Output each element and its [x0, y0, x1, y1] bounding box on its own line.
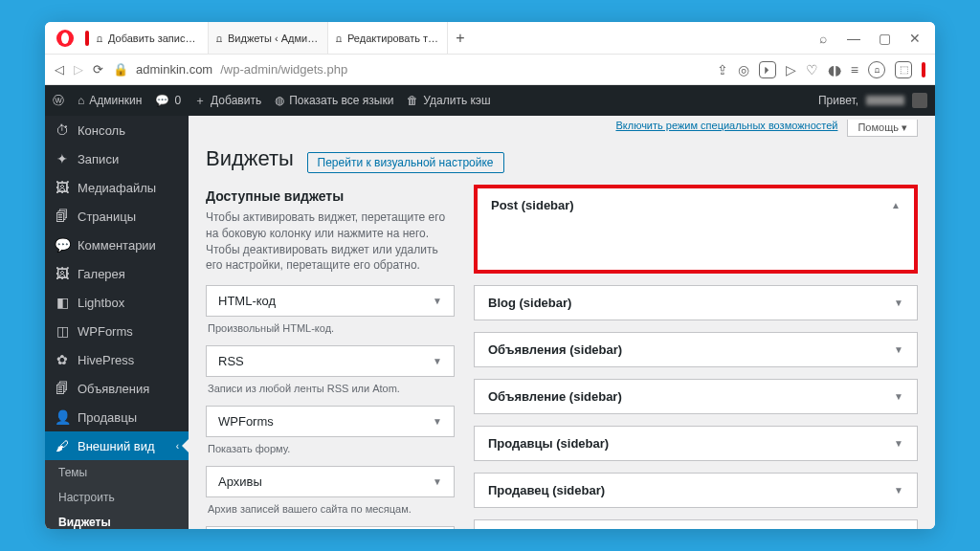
adminbar-add[interactable]: ＋ Добавить — [194, 93, 261, 109]
menu-внешний-вид[interactable]: 🖌Внешний вид‹ — [45, 431, 189, 460]
tab-label: Виджеты ‹ Админкин — — [228, 33, 320, 44]
person-icon: ⩍ — [216, 32, 222, 45]
sidebar-area[interactable]: Blog (sidebar)▼ — [474, 285, 918, 320]
browser-tab[interactable]: ⩍Добавить запись ‹ Адми — [89, 22, 209, 54]
area-title: Продавец (sidebar) — [488, 483, 605, 497]
menu-hivepress[interactable]: ✿HivePress — [45, 345, 189, 374]
menu-продавцы[interactable]: 👤Продавцы — [45, 403, 189, 431]
area-title: Blog (sidebar) — [488, 296, 571, 310]
widget-title: RSS — [218, 354, 244, 368]
browser-window: ⩍Добавить запись ‹ Адми⩍Виджеты ‹ Админк… — [45, 22, 935, 529]
menu-консоль[interactable]: ⏱Консоль — [45, 116, 189, 144]
url-input[interactable]: 🔒 adminkin.com/wp-admin/widgets.php — [113, 59, 707, 80]
browser-tab[interactable]: ⩍Редактировать темы ‹ А — [328, 22, 448, 54]
page-title: Виджеты — [206, 146, 294, 171]
nav-reload-icon[interactable]: ⟳ — [93, 62, 103, 77]
person-icon: ⩍ — [97, 32, 102, 45]
wp-content: Включить режим специальных возможностей … — [189, 116, 935, 529]
url-host: adminkin.com — [136, 62, 212, 77]
submenu-настроить[interactable]: Настроить — [45, 485, 189, 510]
heart-icon[interactable]: ♡ — [806, 62, 818, 77]
visual-customize-link[interactable]: Перейти к визуальной настройке — [307, 152, 504, 173]
chevron-down-icon: ▼ — [894, 391, 903, 402]
menu-icon-1: ✦ — [55, 151, 70, 166]
extension-handle-icon[interactable] — [922, 62, 925, 77]
extensions-icon[interactable]: ⬚ — [895, 61, 912, 78]
nav-back-icon[interactable]: ◁ — [55, 62, 64, 77]
widget-title: HTML-код — [218, 294, 276, 308]
menu-label: WPForms — [78, 324, 179, 339]
wp-logo-icon[interactable]: ⓦ — [53, 93, 64, 109]
area-title: Объявления (sidebar) — [488, 342, 622, 357]
menu-icon-3: 🗐 — [55, 209, 70, 224]
submenu-темы[interactable]: Темы — [45, 460, 189, 485]
sidebar-area[interactable]: Post (sidebar)▲ — [474, 185, 918, 274]
window-close[interactable]: ✕ — [904, 31, 925, 46]
available-widgets-column: Доступные виджеты Чтобы активировать вид… — [206, 185, 455, 529]
menu-label: Lightbox — [78, 296, 179, 310]
profile-icon[interactable]: ⩍ — [868, 61, 885, 78]
menu-записи[interactable]: ✦Записи — [45, 144, 189, 173]
trash-icon: 🗑 — [407, 94, 418, 107]
menu-галерея[interactable]: 🖼Галерея — [45, 259, 189, 288]
tabstrip: ⩍Добавить запись ‹ Адми⩍Виджеты ‹ Админк… — [89, 22, 448, 54]
search-icon[interactable]: ⌕ — [813, 31, 834, 46]
menu-lightbox[interactable]: ◧Lightbox — [45, 288, 189, 317]
menu-label: Комментарии — [78, 238, 179, 253]
available-widget[interactable]: HTML-код▼ — [206, 285, 455, 317]
video-icon[interactable]: ⏵ — [759, 61, 776, 78]
available-widget[interactable]: WPForms▼ — [206, 406, 455, 437]
available-widget[interactable]: Аудио▼ — [206, 526, 455, 529]
adminbar-languages[interactable]: ◍ Показать все языки — [275, 94, 393, 107]
menu-icon[interactable]: ≡ — [851, 62, 858, 77]
menu-icon-9: 🗐 — [55, 381, 70, 396]
widget-description: Произвольный HTML-код. — [208, 322, 453, 334]
widget-title: WPForms — [218, 414, 274, 429]
help-tab[interactable]: Помощь ▾ — [847, 120, 918, 137]
sidebar-area[interactable]: Объявления (sidebar)▼ — [474, 332, 918, 367]
menu-label: Записи — [78, 152, 179, 166]
menu-icon-0: ⏱ — [55, 122, 70, 138]
browser-tab[interactable]: ⩍Виджеты ‹ Админкин — — [209, 22, 328, 54]
adminbar-clear-cache[interactable]: 🗑 Удалить кэш — [407, 94, 490, 107]
window-minimize[interactable]: — — [843, 31, 864, 46]
adminbar-comments[interactable]: 💬 0 — [155, 94, 181, 107]
avatar-icon[interactable] — [912, 93, 927, 108]
menu-страницы[interactable]: 🗐Страницы — [45, 202, 189, 231]
window-maximize[interactable]: ▢ — [874, 31, 895, 46]
tab-label: Добавить запись ‹ Адми — [108, 33, 200, 44]
new-tab-button[interactable]: + — [448, 30, 473, 47]
widget-description: Архив записей вашего сайта по месяцам. — [208, 503, 453, 515]
menu-label: Продавцы — [78, 410, 179, 425]
accessibility-mode-link[interactable]: Включить режим специальных возможностей — [615, 120, 837, 137]
nav-forward-icon[interactable]: ▷ — [74, 62, 83, 77]
menu-icon-5: 🖼 — [55, 266, 70, 281]
share-icon[interactable]: ⇪ — [717, 62, 728, 77]
available-widget[interactable]: Архивы▼ — [206, 466, 455, 497]
menu-объявления[interactable]: 🗐Объявления — [45, 374, 189, 403]
adminbar-site[interactable]: ⌂ Админкин — [78, 94, 142, 107]
sidebar-area[interactable]: Account (sidebar)▼ — [474, 519, 918, 529]
camera-icon[interactable]: ◎ — [738, 62, 749, 77]
submenu-виджеты[interactable]: Виджеты — [45, 510, 189, 529]
play-icon[interactable]: ▷ — [786, 62, 796, 77]
sidebar-area[interactable]: Продавцы (sidebar)▼ — [474, 426, 918, 461]
sidebar-area[interactable]: Продавец (sidebar)▼ — [474, 473, 918, 508]
chevron-down-icon: ▼ — [433, 356, 442, 366]
tab-label: Редактировать темы ‹ А — [347, 33, 439, 44]
sidebar-area[interactable]: Объявление (sidebar)▼ — [474, 379, 918, 414]
chevron-down-icon: ▼ — [894, 485, 903, 496]
area-title: Продавцы (sidebar) — [488, 436, 609, 451]
available-heading: Доступные виджеты — [206, 188, 455, 204]
menu-комментарии[interactable]: 💬Комментарии — [45, 231, 189, 259]
toggle-icon[interactable]: ◖◗ — [828, 62, 841, 77]
menu-wpforms[interactable]: ◫WPForms — [45, 317, 189, 345]
widget-description: Показать форму. — [208, 443, 453, 454]
area-body[interactable] — [478, 222, 914, 270]
menu-медиафайлы[interactable]: 🖼Медиафайлы — [45, 173, 189, 202]
chevron-left-icon: ‹ — [176, 441, 179, 452]
menu-icon-4: 💬 — [55, 237, 70, 253]
available-widget[interactable]: RSS▼ — [206, 345, 455, 377]
chevron-up-icon: ▲ — [891, 200, 901, 210]
chevron-down-icon: ▼ — [433, 476, 442, 487]
